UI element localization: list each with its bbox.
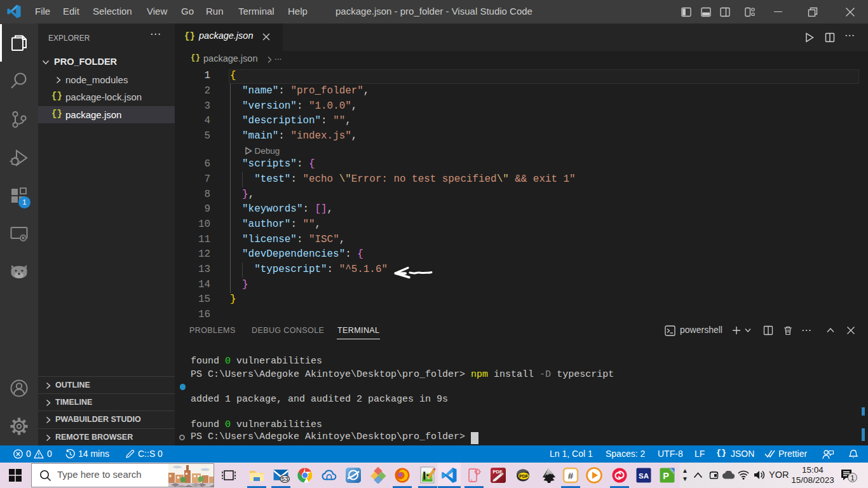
svg-text:53: 53 xyxy=(281,475,288,482)
svg-text:SA: SA xyxy=(639,472,649,480)
svg-text:#: # xyxy=(568,470,574,481)
svg-text:PDF: PDF xyxy=(519,474,529,478)
svg-text:P: P xyxy=(663,471,669,481)
